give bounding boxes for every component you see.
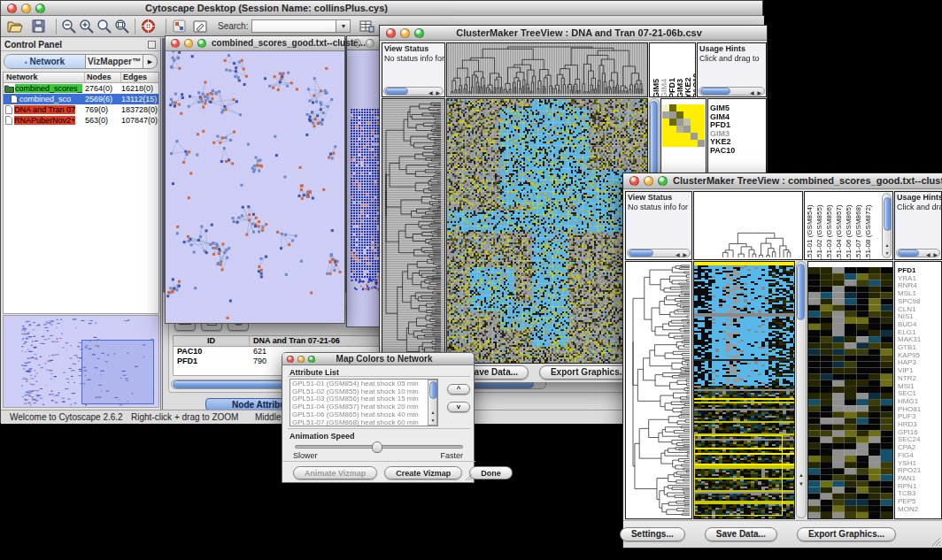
- tab-vizmapper[interactable]: VizMapper™: [86, 55, 143, 68]
- col-id[interactable]: ID: [174, 336, 250, 346]
- zoom-button[interactable]: [414, 28, 424, 38]
- minimize-button[interactable]: [366, 39, 374, 48]
- close-button[interactable]: [171, 39, 180, 48]
- tv1-usage-hscrollbar[interactable]: ◀ ▶: [699, 87, 765, 96]
- main-titlebar[interactable]: Cytoscape Desktop (Session Name: collins…: [1, 1, 762, 16]
- tv2-zoom-heatmap[interactable]: [807, 261, 893, 519]
- slider-thumb[interactable]: [372, 441, 382, 453]
- vizmap-nodes-icon[interactable]: [170, 18, 188, 35]
- tv2-column-labels[interactable]: GPL51-01 (GSM854)GPL51-02 (GSM855)GPL51-…: [804, 191, 893, 260]
- col-nodes[interactable]: Nodes: [85, 73, 121, 82]
- attribute-item[interactable]: GPL51-07 (GSM868) heat shock 60 min: [292, 419, 436, 426]
- search-input[interactable]: [251, 19, 336, 33]
- zoom-selected-icon[interactable]: [113, 18, 131, 35]
- column-label[interactable]: GPL51-01 (GSM854): [806, 192, 815, 260]
- tv2-gene-dendrogram[interactable]: [625, 261, 692, 519]
- tv2-vscrollbar[interactable]: ▲ ▼: [796, 261, 807, 518]
- search-dropdown-arrow[interactable]: ▼: [336, 19, 351, 33]
- export-graphics-button[interactable]: Export Graphics...: [797, 527, 896, 541]
- minimize-button[interactable]: [644, 176, 653, 186]
- tv1-gene-dendrogram[interactable]: [382, 98, 445, 364]
- overview-selection-rect[interactable]: [81, 340, 154, 404]
- tv1-column-labels[interactable]: GIM5GIM4PFD1GIM3YKE2PAC10: [649, 42, 696, 97]
- zoom-in-icon[interactable]: [78, 18, 96, 35]
- column-label[interactable]: GPL51-08 (GSM872): [864, 192, 874, 260]
- column-label[interactable]: PAC10: [691, 43, 696, 97]
- column-label[interactable]: GPL51-07 (GSM868): [854, 192, 864, 260]
- desktop: Cytoscape Desktop (Session Name: collins…: [0, 0, 942, 560]
- close-button[interactable]: [287, 356, 294, 363]
- network-window-title: combined_scores_good.txt--cluste...: [212, 38, 366, 48]
- tv2-status-hscrollbar[interactable]: ◀ ▶: [627, 249, 691, 257]
- zoom-button[interactable]: [308, 356, 315, 363]
- tab-network[interactable]: ▪ Network: [4, 55, 86, 68]
- column-label[interactable]: YKE2: [683, 43, 691, 97]
- zoom-button[interactable]: [197, 39, 206, 48]
- column-label[interactable]: GPL51-03 (GSM856): [825, 192, 835, 260]
- resize-grip[interactable]: [930, 536, 941, 547]
- tv2-usage-hscrollbar[interactable]: ◀ ▶: [896, 249, 940, 257]
- view-status-label: View Status: [382, 43, 444, 54]
- network-tab-icon: ▪: [25, 58, 27, 66]
- control-panel-title: Control Panel: [4, 40, 62, 50]
- attribute-list-vscrollbar[interactable]: ▲ ▼: [428, 380, 437, 426]
- col-edges[interactable]: Edges: [121, 73, 158, 82]
- network-row-selected[interactable]: combined_sco 2569(6) 13112(15): [4, 94, 158, 104]
- minimize-button[interactable]: [297, 356, 305, 363]
- move-up-button[interactable]: ^: [447, 384, 470, 395]
- folder-icon: [4, 85, 14, 93]
- column-label[interactable]: PFD1: [668, 43, 676, 97]
- move-down-button[interactable]: v: [447, 402, 470, 412]
- tv1-array-dendrogram[interactable]: [446, 42, 648, 97]
- import-table-icon[interactable]: [358, 18, 375, 35]
- close-button[interactable]: [629, 176, 639, 186]
- network-row-rna[interactable]: RNAPuberNov2+ 563(0) 107847(0): [4, 115, 158, 126]
- col-network[interactable]: Network: [4, 73, 85, 82]
- network-canvas[interactable]: [166, 51, 344, 323]
- attribute-listbox[interactable]: GPL51-01 (GSM854) heat shock 05 minGPL51…: [290, 379, 438, 426]
- tv2-global-heatmap[interactable]: [693, 261, 795, 519]
- animate-vizmap-button[interactable]: Animate Vizmap: [293, 466, 377, 479]
- annotation-icon[interactable]: [191, 18, 209, 35]
- column-label[interactable]: GPL51-04 (GSM857): [835, 192, 845, 260]
- network-row-combined-scores[interactable]: combined_scores_ 2764(0) 16218(0): [4, 83, 158, 94]
- gene-label[interactable]: PAC10: [710, 147, 766, 156]
- open-file-icon[interactable]: [6, 18, 24, 35]
- done-button[interactable]: Done: [469, 466, 513, 479]
- network-row-dna[interactable]: DNA and Tran 07 769(0) 183728(0): [4, 104, 158, 115]
- float-panel-icon[interactable]: [148, 41, 156, 49]
- column-label[interactable]: GIM4: [660, 43, 668, 97]
- animation-speed-slider[interactable]: [295, 445, 463, 449]
- column-label[interactable]: GPL51-02 (GSM855): [815, 192, 825, 260]
- minimize-button[interactable]: [184, 39, 193, 48]
- settings-button[interactable]: Settings...: [620, 527, 685, 541]
- zoom-fit-icon[interactable]: [96, 18, 113, 35]
- zoom-button[interactable]: [658, 176, 668, 186]
- help-lifesaver-icon[interactable]: [139, 18, 157, 35]
- save-session-icon[interactable]: [29, 18, 47, 35]
- resize-grip[interactable]: [464, 472, 473, 481]
- column-label[interactable]: GIM5: [652, 43, 660, 97]
- save-data-button[interactable]: Save Data...: [705, 527, 777, 541]
- status-hint-zoom: Right-click + drag to ZOOM: [131, 412, 238, 422]
- create-vizmap-button[interactable]: Create Vizmap: [384, 466, 462, 479]
- zoom-out-icon[interactable]: [60, 18, 78, 35]
- network-table: Network Nodes Edges combined_scores_ 276…: [3, 72, 159, 314]
- tv1-status-hscrollbar[interactable]: ◀ ▶: [383, 87, 444, 96]
- tab-overflow-arrow[interactable]: ▶: [143, 55, 157, 68]
- gene-label[interactable]: MON2: [898, 506, 941, 514]
- close-button[interactable]: [7, 4, 17, 13]
- tv1-global-heatmap[interactable]: [446, 98, 648, 364]
- tv2-gene-labels[interactable]: PFD1YRA1RNR4MSL1SPC98CLN1NIS1BUD4ELG1MAK…: [894, 261, 942, 519]
- map-colors-dialog: Map Colors to Network Attribute List GPL…: [282, 352, 475, 483]
- minimize-button[interactable]: [400, 28, 410, 38]
- minimize-button[interactable]: [21, 4, 31, 13]
- birdseye-overview[interactable]: [3, 315, 159, 408]
- zoom-button[interactable]: [35, 4, 45, 13]
- column-label[interactable]: GIM3: [676, 43, 683, 97]
- close-button[interactable]: [386, 28, 396, 38]
- usage-hints-label: Usage Hints: [895, 192, 941, 203]
- column-label[interactable]: GPL51-06 (GSM865): [845, 192, 854, 260]
- tv2-collabel-vscrollbar[interactable]: ▲ ▼: [882, 193, 892, 258]
- tv2-array-dendrogram[interactable]: [693, 191, 803, 260]
